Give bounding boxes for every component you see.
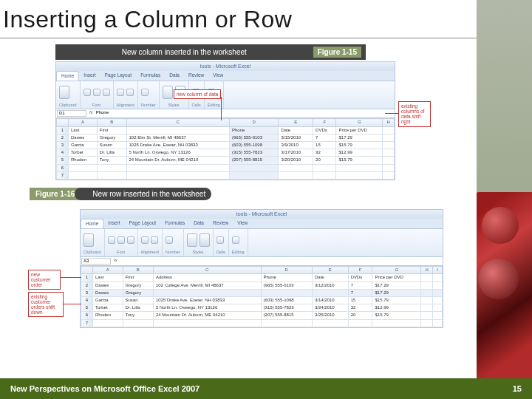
column-header[interactable]: H	[421, 267, 433, 274]
tab-insert[interactable]: Insert	[103, 219, 124, 228]
cell[interactable]: Rhoden	[93, 312, 123, 319]
column-header[interactable]: B	[123, 267, 153, 274]
cell[interactable]	[153, 319, 261, 327]
cell[interactable]: 7	[348, 289, 372, 296]
cell[interactable]	[336, 171, 383, 179]
cell[interactable]	[433, 274, 443, 282]
cell[interactable]: Dawes	[93, 289, 123, 296]
font-icon[interactable]	[127, 236, 134, 244]
cell[interactable]	[126, 126, 229, 134]
align-icon[interactable]	[141, 236, 149, 244]
cells-icon[interactable]	[216, 236, 224, 244]
tab-view[interactable]: View	[233, 219, 252, 228]
cell[interactable]: Date	[313, 274, 349, 282]
cell[interactable]: Susan	[97, 141, 126, 149]
tab-pagelayout[interactable]: Page Layout	[100, 71, 137, 81]
cell[interactable]: Phone	[261, 274, 312, 282]
cell[interactable]	[313, 289, 349, 296]
tab-home[interactable]: Home	[81, 219, 103, 228]
table-row[interactable]: 6	[57, 164, 395, 171]
column-header[interactable]: B	[97, 119, 126, 126]
cell[interactable]	[383, 126, 395, 134]
cell[interactable]: Tony	[123, 312, 153, 319]
cell[interactable]	[421, 319, 433, 327]
cell[interactable]: $12.99	[336, 149, 383, 157]
cell[interactable]	[433, 282, 443, 289]
cell[interactable]	[383, 149, 395, 157]
cell[interactable]: Garcia	[69, 141, 98, 149]
tab-pagelayout[interactable]: Page Layout	[125, 219, 161, 228]
cell[interactable]: (315) 555-7823	[229, 149, 278, 157]
cell[interactable]: Susan	[123, 297, 153, 304]
cell[interactable]	[126, 164, 229, 171]
cell[interactable]	[421, 282, 433, 289]
column-header[interactable]: C	[153, 267, 261, 274]
cell[interactable]: First	[123, 274, 153, 282]
font-icon[interactable]	[108, 236, 115, 244]
cell[interactable]: $17.29	[372, 289, 421, 296]
column-header[interactable]: F	[313, 119, 336, 126]
cell[interactable]: $15.79	[372, 297, 421, 304]
cell[interactable]: 7	[348, 282, 372, 289]
cell[interactable]	[433, 289, 443, 296]
cell[interactable]	[383, 157, 395, 164]
cell[interactable]: 24 Mountain Dr. Auburn, ME 04210	[126, 157, 229, 164]
cell[interactable]: (315) 555-7823	[261, 304, 312, 312]
cell[interactable]: 102 College Ave. Merrill, MI 48637	[153, 282, 261, 289]
cell[interactable]: Price per DVD	[336, 126, 383, 134]
table-row[interactable]: 4GarciaSusan1025 Drake Ave. Exeter, NH 0…	[81, 297, 443, 304]
fx-icon[interactable]: fx	[111, 258, 120, 265]
number-icon[interactable]	[166, 236, 173, 244]
cell[interactable]	[229, 164, 278, 171]
cell[interactable]: 1025 Drake Ave. Exeter, NH 03833	[153, 297, 261, 304]
table-row[interactable]: 1LastFirstPhoneDateDVDsPrice per DVD	[57, 126, 395, 134]
row-header[interactable]: 4	[81, 297, 93, 304]
paste-icon[interactable]	[83, 233, 94, 247]
edit-icon[interactable]	[232, 236, 239, 244]
align-icon[interactable]	[126, 89, 134, 96]
cell[interactable]	[261, 319, 312, 327]
row-header[interactable]: 3	[57, 141, 69, 149]
cell[interactable]: (603) 555-1098	[229, 141, 278, 149]
cell[interactable]	[383, 171, 395, 179]
font-icon[interactable]	[117, 236, 125, 244]
cell[interactable]	[313, 171, 336, 179]
styles-icon[interactable]	[187, 233, 197, 247]
table-row[interactable]: 2DawesGregory102 College Ave. Merrill, M…	[81, 282, 443, 289]
paste-icon[interactable]	[59, 86, 69, 99]
cell[interactable]	[69, 164, 98, 171]
cell[interactable]	[229, 171, 278, 179]
table-row[interactable]: 4TorbetDr. Lilla5 North Ln. Oswego, NY 1…	[57, 149, 395, 157]
row-header[interactable]: 5	[81, 304, 93, 312]
cell[interactable]	[313, 164, 336, 171]
table-row[interactable]: 7	[81, 319, 443, 327]
cell[interactable]: 3/17/2010	[279, 149, 313, 157]
cell[interactable]: Dawes	[69, 134, 98, 141]
row-header[interactable]: 1	[57, 126, 69, 134]
row-header[interactable]: 6	[81, 312, 93, 319]
column-header[interactable]: C	[126, 119, 229, 126]
tab-formulas[interactable]: Formulas	[136, 71, 165, 81]
cell[interactable]: $15.79	[336, 141, 383, 149]
column-header[interactable]: H	[383, 119, 395, 126]
cell[interactable]	[348, 319, 372, 327]
column-header[interactable]	[81, 267, 93, 274]
cell[interactable]	[93, 319, 123, 327]
font-icon[interactable]	[93, 89, 100, 96]
table-row[interactable]: 6RhodenTony24 Mountain Dr. Auburn, ME 04…	[81, 312, 443, 319]
cell[interactable]: 3/15/2010	[279, 134, 313, 141]
cell[interactable]	[69, 171, 98, 179]
cell[interactable]: 15	[313, 141, 336, 149]
align-icon[interactable]	[117, 89, 124, 96]
table-row[interactable]: 3DawesGregory7$17.29	[81, 289, 443, 296]
cell[interactable]	[313, 319, 349, 327]
column-header[interactable]: E	[313, 267, 349, 274]
tab-data[interactable]: Data	[189, 219, 208, 228]
column-header[interactable]: F	[348, 267, 372, 274]
cell[interactable]: Gregory	[123, 289, 153, 296]
cell[interactable]: 1025 Drake Ave. Exeter, NH 03833	[126, 141, 229, 149]
name-box-1[interactable]: D1	[57, 110, 86, 117]
cell[interactable]: 15	[348, 297, 372, 304]
tab-formulas[interactable]: Formulas	[160, 219, 189, 228]
cell[interactable]: 3/25/2010	[313, 312, 349, 319]
